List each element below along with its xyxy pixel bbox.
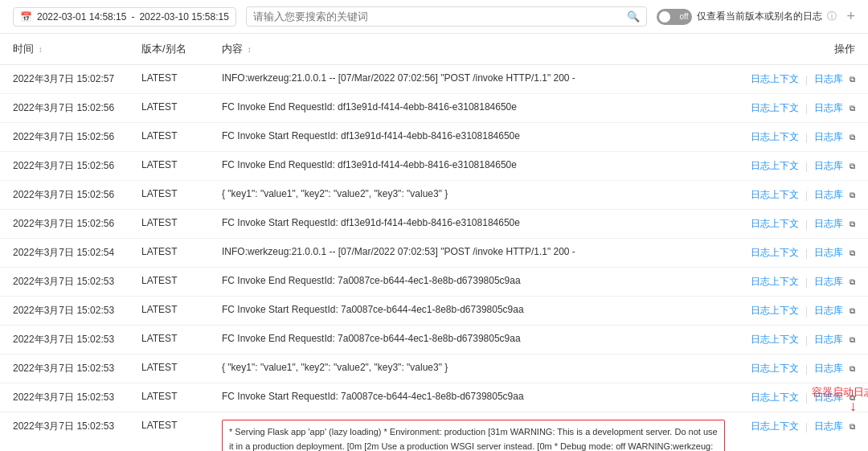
top-bar: 📅 2022-03-01 14:58:15 - 2022-03-10 15:58…	[0, 0, 868, 34]
sort-icon-time[interactable]: ↕	[39, 45, 43, 54]
cell-version: LATEST	[129, 210, 209, 239]
external-link-icon: ⧉	[850, 422, 855, 432]
external-link-icon: ⧉	[850, 104, 855, 113]
external-link-icon: ⧉	[850, 335, 855, 345]
cell-content: FC Invoke Start RequestId: 7a0087ce-b644…	[209, 297, 738, 326]
cell-op: 日志上下文|日志库⧉	[738, 326, 868, 355]
log-context-link[interactable]: 日志上下文	[751, 362, 799, 375]
cell-time: 2022年3月7日 15:02:56	[0, 94, 129, 123]
cell-time: 2022年3月7日 15:02:54	[0, 239, 129, 268]
log-store-link[interactable]: 日志库	[814, 101, 843, 115]
log-context-link[interactable]: 日志上下文	[751, 391, 799, 404]
log-store-link[interactable]: 日志库	[814, 362, 843, 375]
log-store-link[interactable]: 日志库	[814, 188, 843, 202]
help-icon[interactable]: ⓘ	[827, 10, 837, 23]
table-row: 2022年3月7日 15:02:53LATEST* Serving Flask …	[0, 412, 868, 452]
log-store-link[interactable]: 日志库	[814, 217, 843, 231]
log-context-link[interactable]: 日志上下文	[751, 304, 799, 318]
external-link-icon: ⧉	[850, 306, 855, 316]
external-link-icon: ⧉	[850, 75, 855, 84]
cell-version: LATEST	[129, 383, 209, 412]
filter-label: 仅查看当前版本或别名的日志	[697, 10, 822, 23]
date-range-picker[interactable]: 📅 2022-03-01 14:58:15 - 2022-03-10 15:58…	[13, 7, 236, 27]
op-separator: |	[805, 277, 808, 288]
add-button[interactable]: +	[846, 8, 855, 25]
external-link-icon: ⧉	[850, 364, 855, 374]
log-store-link[interactable]: 日志库	[814, 130, 843, 144]
cell-op: 日志上下文|日志库⧉	[738, 181, 868, 210]
log-context-link[interactable]: 日志上下文	[751, 188, 799, 202]
cell-time: 2022年3月7日 15:02:53	[0, 383, 129, 412]
filter-toggle[interactable]: off	[657, 9, 692, 25]
log-store-link[interactable]: 日志库	[814, 275, 843, 289]
op-separator: |	[805, 363, 808, 375]
op-separator: |	[805, 103, 808, 114]
cell-version: LATEST	[129, 326, 209, 355]
external-link-icon: ⧉	[850, 219, 855, 229]
cell-content: FC Invoke End RequestId: 7a0087ce-b644-4…	[209, 268, 738, 297]
log-context-link[interactable]: 日志上下文	[751, 420, 799, 433]
cell-op: 日志上下文|日志库⧉	[738, 268, 868, 297]
cell-op: 日志上下文|日志库⧉	[738, 412, 868, 452]
cell-version: LATEST	[129, 268, 209, 297]
cell-op: 日志上下文|日志库⧉	[738, 297, 868, 326]
external-link-icon: ⧉	[850, 133, 855, 142]
col-op: 操作	[738, 34, 868, 65]
op-separator: |	[805, 161, 808, 172]
op-separator: |	[805, 334, 808, 346]
external-link-icon: ⧉	[850, 277, 855, 287]
log-context-link[interactable]: 日志上下文	[751, 217, 799, 231]
cell-op: 日志上下文|日志库⧉	[738, 239, 868, 268]
log-store-link[interactable]: 日志库	[814, 72, 843, 86]
date-end: 2022-03-10 15:58:15	[139, 11, 228, 23]
cell-content: FC Invoke End RequestId: df13e91d-f414-4…	[209, 94, 738, 123]
external-link-icon: ⧉	[850, 191, 855, 200]
external-link-icon: ⧉	[850, 162, 855, 171]
table-row: 2022年3月7日 15:02:56LATESTFC Invoke End Re…	[0, 94, 868, 123]
search-input[interactable]	[253, 10, 623, 23]
log-context-link[interactable]: 日志上下文	[751, 72, 799, 86]
log-context-link[interactable]: 日志上下文	[751, 130, 799, 144]
date-start: 2022-03-01 14:58:15	[37, 11, 126, 23]
op-separator: |	[805, 74, 808, 85]
op-separator: |	[805, 305, 808, 317]
log-store-link[interactable]: 日志库	[814, 304, 843, 318]
search-bar: 🔍	[246, 6, 648, 27]
cell-op: 日志上下文|日志库⧉	[738, 210, 868, 239]
col-time: 时间 ↕	[0, 34, 129, 65]
cell-content: * Serving Flask app 'app' (lazy loading)…	[209, 412, 738, 452]
log-store-link[interactable]: 日志库	[814, 159, 843, 173]
sort-icon-content[interactable]: ↕	[248, 45, 252, 54]
cell-version: LATEST	[129, 123, 209, 152]
annotation-label: 容器启动日志	[812, 385, 868, 400]
cell-content: FC Invoke End RequestId: df13e91d-f414-4…	[209, 152, 738, 181]
log-context-link[interactable]: 日志上下文	[751, 333, 799, 346]
table-container: 时间 ↕ 版本/别名 内容 ↕ 操作 2022年3月7日 15:02:57LAT…	[0, 34, 868, 451]
table-row: 2022年3月7日 15:02:56LATESTFC Invoke Start …	[0, 123, 868, 152]
log-context-link[interactable]: 日志上下文	[751, 101, 799, 115]
cell-version: LATEST	[129, 94, 209, 123]
cell-time: 2022年3月7日 15:02:53	[0, 355, 129, 383]
search-icon: 🔍	[627, 10, 640, 23]
cell-op: 日志上下文|日志库⧉	[738, 65, 868, 94]
cell-op: 日志上下文|日志库⧉	[738, 123, 868, 152]
cell-version: LATEST	[129, 152, 209, 181]
log-context-link[interactable]: 日志上下文	[751, 159, 799, 173]
cell-content: { "key1": "value1", "key2": "value2", "k…	[209, 181, 738, 210]
cell-time: 2022年3月7日 15:02:53	[0, 412, 129, 452]
log-store-link[interactable]: 日志库	[814, 333, 843, 346]
cell-time: 2022年3月7日 15:02:56	[0, 181, 129, 210]
toggle-label: off	[680, 12, 689, 21]
cell-op: 日志上下文|日志库⧉	[738, 94, 868, 123]
log-store-link[interactable]: 日志库	[814, 420, 843, 433]
external-link-icon: ⧉	[850, 248, 855, 258]
cell-version: LATEST	[129, 355, 209, 383]
table-row: 2022年3月7日 15:02:53LATESTFC Invoke End Re…	[0, 268, 868, 297]
log-store-link[interactable]: 日志库	[814, 246, 843, 260]
cell-time: 2022年3月7日 15:02:53	[0, 326, 129, 355]
table-row: 2022年3月7日 15:02:53LATEST容器启动日志↓FC Invoke…	[0, 383, 868, 412]
cell-content: FC Invoke Start RequestId: df13e91d-f414…	[209, 210, 738, 239]
log-context-link[interactable]: 日志上下文	[751, 246, 799, 260]
log-context-link[interactable]: 日志上下文	[751, 275, 799, 289]
table-header-row: 时间 ↕ 版本/别名 内容 ↕ 操作	[0, 34, 868, 65]
